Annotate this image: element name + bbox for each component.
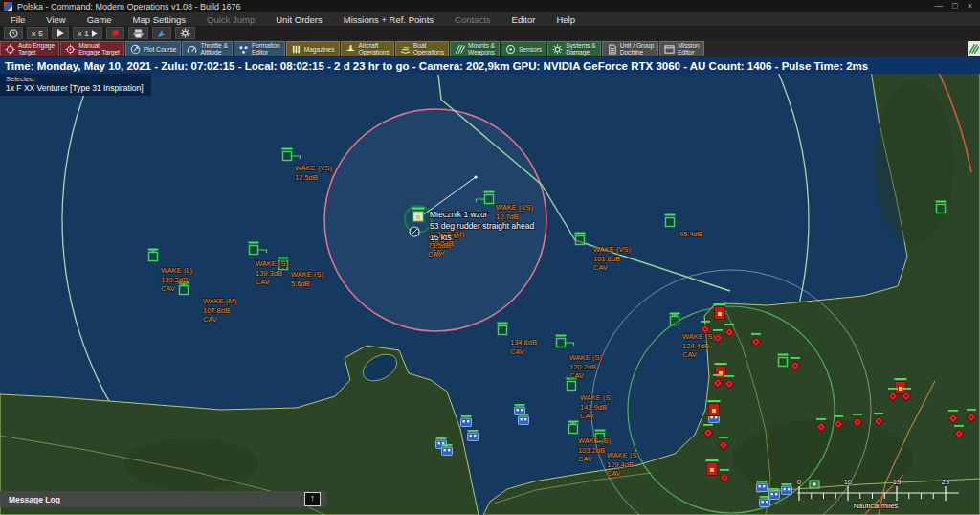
toolbar-button-label: Systems &Damage: [566, 42, 596, 56]
gear-icon[interactable]: [175, 27, 195, 39]
contact-icon[interactable]: [148, 249, 159, 261]
expand-log-button[interactable]: ↑: [304, 492, 321, 506]
toolbar-button-label: Plot Course: [144, 46, 176, 53]
toolbar-button-unit-group-doctrine[interactable]: Unit / GroupDoctrine: [602, 41, 659, 56]
clock-icon[interactable]: [4, 27, 23, 39]
sensors-icon: [505, 44, 516, 55]
menu-editor[interactable]: Editor: [501, 14, 546, 25]
facility-icon[interactable]: [515, 404, 525, 415]
contact-icon[interactable]: [810, 481, 819, 488]
doctrine-icon: [607, 44, 617, 55]
menu-missions-ref-points[interactable]: Missions + Ref. Points: [333, 14, 444, 25]
leader-endpoint: [474, 175, 477, 178]
facility-icon[interactable]: [769, 488, 780, 500]
close-icon[interactable]: ×: [968, 0, 972, 12]
facility-icon[interactable]: [442, 444, 453, 456]
printer-icon[interactable]: [128, 27, 148, 39]
menu-file[interactable]: File: [0, 14, 35, 25]
step-button[interactable]: x 1: [73, 27, 102, 39]
mission-editor-icon: [664, 44, 675, 55]
app-icon: [4, 2, 12, 11]
scale-tick-label: 0: [797, 478, 801, 486]
scale-tick-label: 19: [893, 478, 901, 486]
message-log-title: Message Log: [9, 495, 60, 504]
facility-icon[interactable]: [468, 430, 479, 441]
toolbar-button-label: FormationEditor: [252, 42, 280, 56]
record-icon[interactable]: [106, 27, 124, 39]
contact-icon[interactable]: [670, 313, 680, 325]
facility-icon[interactable]: [760, 496, 770, 507]
menu-bar: FileViewGameMap SettingsQuick JumpUnit O…: [0, 12, 980, 26]
boat-icon: [400, 44, 411, 55]
tactical-map[interactable]: WAKE (VS)12.5dBWAKE (L)139.3dBCAVWAKE (M…: [0, 74, 980, 515]
scale-unit-label: Nautical miles: [854, 502, 899, 510]
minimize-icon[interactable]: —: [934, 0, 943, 12]
scale-tick-label: 29: [942, 478, 949, 486]
contact-icon[interactable]: [936, 201, 947, 213]
toolbar-button-mounts-weapons[interactable]: Mounts &Weapons: [450, 41, 500, 56]
contact-icon[interactable]: [575, 233, 586, 245]
toolbar-button-label: Magazines: [304, 46, 335, 53]
plot-course-icon: [130, 44, 141, 55]
toolbar-button-magazines[interactable]: Magazines: [286, 41, 340, 56]
window-title: Polska - Command: Modern Operations v1.0…: [17, 2, 241, 11]
manual-engage-icon: [65, 44, 76, 55]
toolbar-button-sensors[interactable]: Sensors: [501, 41, 546, 56]
menu-contacts[interactable]: Contacts: [444, 14, 501, 25]
play-button[interactable]: [52, 27, 69, 39]
mounts-icon: [455, 44, 465, 55]
pointer-icon[interactable]: [152, 27, 171, 39]
terrain-patch: [874, 81, 954, 244]
title-bar: Polska - Command: Modern Operations v1.0…: [0, 0, 980, 12]
menu-map-settings[interactable]: Map Settings: [122, 14, 196, 25]
toolbar-button-label: MissionEditor: [678, 42, 699, 56]
selected-label: Selected:: [6, 75, 144, 83]
stripes-icon: [969, 43, 979, 55]
toolbar-button-manual-engage-target[interactable]: ManualEngage Target: [60, 41, 124, 56]
contact-icon[interactable]: [410, 227, 419, 236]
toolbar-button-plot-course[interactable]: Plot Course: [125, 41, 181, 56]
menu-help[interactable]: Help: [546, 14, 586, 25]
facility-icon[interactable]: [757, 481, 768, 492]
menu-game[interactable]: Game: [77, 14, 122, 25]
magazines-icon: [291, 44, 301, 55]
systems-icon: [552, 44, 563, 55]
toolbar-button-boat-operations[interactable]: BoatOperations: [395, 41, 449, 56]
maximize-icon[interactable]: □: [952, 0, 957, 12]
scale-tick-label: 10: [844, 478, 852, 486]
toolbar-button-mission-editor[interactable]: MissionEditor: [659, 41, 703, 56]
contact-icon[interactable]: [778, 354, 789, 367]
menu-quick-jump[interactable]: Quick Jump: [196, 14, 265, 25]
toolbar-button-label: Auto EngageTarget: [18, 42, 55, 56]
toolbar-button-formation-editor[interactable]: FormationEditor: [234, 41, 285, 56]
facility-icon[interactable]: [782, 483, 792, 495]
playbar: x 5 x 1: [0, 26, 980, 40]
facility-icon[interactable]: [461, 415, 472, 427]
contact-icon[interactable]: [568, 421, 579, 434]
time-compression-button[interactable]: x 5: [27, 27, 48, 39]
toolbar-button-aircraft-operations[interactable]: AircraftOperations: [341, 41, 394, 56]
toolbar-button-label: Throttle &Altitude: [200, 42, 228, 56]
contact-icon[interactable]: [498, 323, 508, 335]
throttle-icon: [187, 44, 197, 55]
ribbon-overflow-button[interactable]: [968, 41, 980, 56]
toolbar: Auto EngageTargetManualEngage TargetPlot…: [0, 40, 980, 57]
unit-tooltip-line: Miecznik 1 wzor: [430, 210, 488, 219]
toolbar-button-auto-engage-target[interactable]: Auto EngageTarget: [0, 41, 59, 56]
menu-view[interactable]: View: [35, 14, 76, 25]
facility-icon[interactable]: [519, 414, 529, 425]
toolbar-button-label: Unit / GroupDoctrine: [620, 42, 655, 56]
toolbar-button-systems-damage[interactable]: Systems &Damage: [547, 41, 601, 56]
map-viewport[interactable]: WAKE (VS)12.5dBWAKE (L)139.3dBCAVWAKE (M…: [0, 74, 980, 515]
menu-unit-orders[interactable]: Unit Orders: [265, 14, 333, 25]
status-text: Time: Monday, May 10, 2021 - Zulu: 07:02…: [5, 60, 868, 72]
status-bar: Time: Monday, May 10, 2021 - Zulu: 07:02…: [0, 57, 980, 74]
toolbar-button-label: BoatOperations: [413, 42, 444, 56]
contact-icon[interactable]: [665, 214, 676, 227]
formation-icon: [238, 44, 249, 55]
unit-tooltip-line: 15 kts: [430, 233, 452, 242]
toolbar-button-label: ManualEngage Target: [78, 42, 120, 56]
message-log-bar[interactable]: Message Log ↑: [0, 491, 326, 507]
toolbar-button-throttle-altitude[interactable]: Throttle &Altitude: [182, 41, 233, 56]
selected-value: 1x F XX Venturer [Type 31 Inspiration]: [6, 83, 144, 93]
